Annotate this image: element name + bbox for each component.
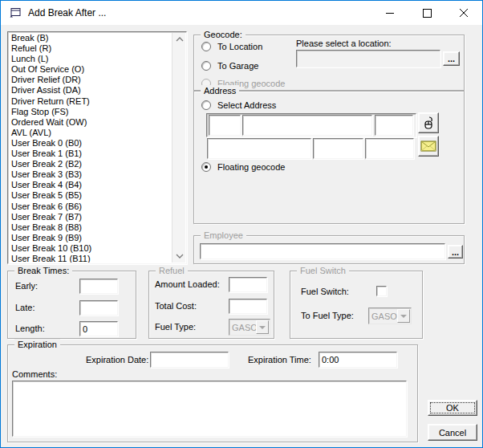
scroll-down-icon[interactable]	[172, 250, 186, 263]
close-button[interactable]	[445, 1, 482, 25]
list-item[interactable]: Lunch (L)	[9, 54, 172, 64]
late-label: Late:	[15, 303, 34, 313]
list-item[interactable]: Driver Return (RET)	[9, 96, 172, 107]
list-item[interactable]: User Break 6 (B6)	[9, 202, 172, 212]
break-type-list-items: Break (B)Refuel (R)Lunch (L)Out Of Servi…	[9, 33, 172, 263]
envelope-icon	[420, 140, 436, 153]
fuel-type-value: GASOL	[229, 323, 256, 332]
refuel-group-label: Refuel	[156, 265, 188, 276]
address-field-1[interactable]	[209, 115, 241, 136]
ok-button[interactable]: OK	[428, 400, 477, 416]
list-item[interactable]: Driver Assist (DA)	[9, 85, 172, 96]
late-input[interactable]	[79, 300, 118, 316]
fuel-type-label: Fuel Type:	[155, 322, 196, 332]
list-item[interactable]: User Break 2 (B2)	[9, 159, 172, 169]
list-item[interactable]: User Break 5 (B5)	[9, 190, 172, 201]
fuel-switch-group: Fuel Switch	[290, 271, 423, 339]
floating-geocode-label: Floating geocode	[217, 162, 285, 172]
envelope-button[interactable]	[418, 136, 439, 157]
to-fuel-type-label: To Fuel Type:	[301, 311, 354, 321]
address-field-2[interactable]	[242, 115, 372, 136]
window-title: Add Break After ...	[28, 7, 106, 18]
amount-loaded-label: Amount Loaded:	[155, 279, 220, 290]
to-fuel-type-combo: GASOL	[368, 307, 412, 324]
to-garage-label: To Garage	[217, 61, 258, 71]
list-item[interactable]: Out Of Service (O)	[9, 64, 172, 75]
cancel-button[interactable]: Cancel	[428, 424, 477, 441]
location-input[interactable]	[296, 50, 440, 67]
maximize-icon	[423, 9, 432, 18]
list-item[interactable]: Break (B)	[9, 33, 172, 43]
employee-group-label: Employee	[201, 230, 246, 241]
select-address-radio-circle[interactable]	[201, 100, 211, 110]
comments-label: Comments:	[12, 369, 57, 380]
list-item[interactable]: Ordered Wait (OW)	[9, 117, 172, 128]
total-cost-label: Total Cost:	[155, 301, 197, 312]
fuel-switch-label: Fuel Switch:	[301, 287, 349, 297]
break-type-list[interactable]: Break (B)Refuel (R)Lunch (L)Out Of Servi…	[7, 31, 187, 264]
length-label: Length:	[15, 324, 45, 334]
comments-input[interactable]	[12, 381, 407, 437]
expiration-group-label: Expiration	[14, 339, 60, 350]
fuel-switch-group-label: Fuel Switch	[297, 265, 349, 276]
list-item[interactable]: User Break 3 (B3)	[9, 169, 172, 180]
list-item[interactable]: Flag Stop (FS)	[9, 107, 172, 117]
address-field-5[interactable]	[313, 138, 363, 159]
list-item[interactable]: AVL (AVL)	[9, 128, 172, 138]
location-browse-button[interactable]: ...	[443, 51, 460, 66]
floating-geocode-radio[interactable]: Floating geocode	[201, 161, 285, 172]
list-item[interactable]: User Break 1 (B1)	[9, 149, 172, 159]
select-address-radio[interactable]: Select Address	[201, 100, 276, 110]
list-item[interactable]: User Break 7 (B7)	[9, 212, 172, 222]
expiration-time-input[interactable]	[319, 352, 397, 368]
list-item[interactable]: User Break 10 (B10)	[9, 243, 172, 254]
fuel-type-dropdown-icon	[256, 320, 269, 334]
address-field-6[interactable]	[365, 138, 414, 159]
length-input[interactable]	[79, 321, 118, 336]
total-cost-input[interactable]	[229, 299, 267, 314]
titlebar[interactable]: Add Break After ...	[1, 1, 482, 25]
early-input[interactable]	[79, 279, 118, 294]
list-item[interactable]: User Break 0 (B0)	[9, 138, 172, 149]
add-break-after-dialog: Add Break After ... Break (B)Refuel (R)L…	[0, 0, 483, 448]
location-prompt-label: Please select a location:	[296, 39, 392, 49]
fuel-type-combo: GASOL	[229, 319, 270, 336]
minimize-button[interactable]	[371, 1, 408, 25]
list-item[interactable]: Refuel (R)	[9, 43, 172, 54]
list-item[interactable]: User Break 4 (B4)	[9, 180, 172, 190]
to-location-radio[interactable]: To Location	[201, 41, 262, 51]
mouse-pick-icon	[421, 116, 436, 130]
scroll-up-icon[interactable]	[172, 33, 186, 46]
address-group-label: Address	[201, 85, 239, 96]
expiration-date-input[interactable]	[150, 352, 229, 368]
employee-browse-button[interactable]: ...	[448, 245, 463, 259]
close-icon	[460, 9, 469, 18]
fuel-switch-checkbox[interactable]	[376, 286, 387, 296]
geocode-pick-button[interactable]	[418, 112, 439, 133]
to-location-label: To Location	[217, 42, 262, 51]
list-scrollbar[interactable]	[172, 33, 185, 263]
to-garage-radio[interactable]: To Garage	[201, 60, 258, 71]
break-times-group-label: Break Times:	[14, 265, 72, 276]
list-item[interactable]: User Break 9 (B9)	[9, 233, 172, 243]
geocode-group-label: Geocode:	[201, 29, 246, 40]
select-address-label: Select Address	[217, 100, 276, 110]
employee-input[interactable]	[200, 243, 445, 259]
expiration-time-label: Expiration Time:	[248, 355, 311, 365]
list-item[interactable]: Driver Relief (DR)	[9, 75, 172, 85]
to-location-radio-circle[interactable]	[201, 42, 211, 51]
address-field-3[interactable]	[375, 115, 413, 136]
to-fuel-type-value: GASOL	[369, 312, 397, 321]
floating-geocode-radio-circle[interactable]	[201, 162, 211, 172]
list-item[interactable]: User Break 11 (B11)	[9, 254, 172, 263]
maximize-button[interactable]	[408, 1, 445, 25]
to-garage-radio-circle[interactable]	[201, 61, 211, 71]
to-fuel-type-dropdown-icon	[397, 309, 410, 323]
amount-loaded-input[interactable]	[229, 277, 267, 292]
form-icon	[9, 6, 22, 19]
address-field-4[interactable]	[207, 138, 311, 159]
early-label: Early:	[15, 281, 38, 291]
expiration-date-label: Expiration Date:	[86, 355, 148, 365]
minimize-icon	[386, 9, 395, 18]
list-item[interactable]: User Break 8 (B8)	[9, 222, 172, 233]
